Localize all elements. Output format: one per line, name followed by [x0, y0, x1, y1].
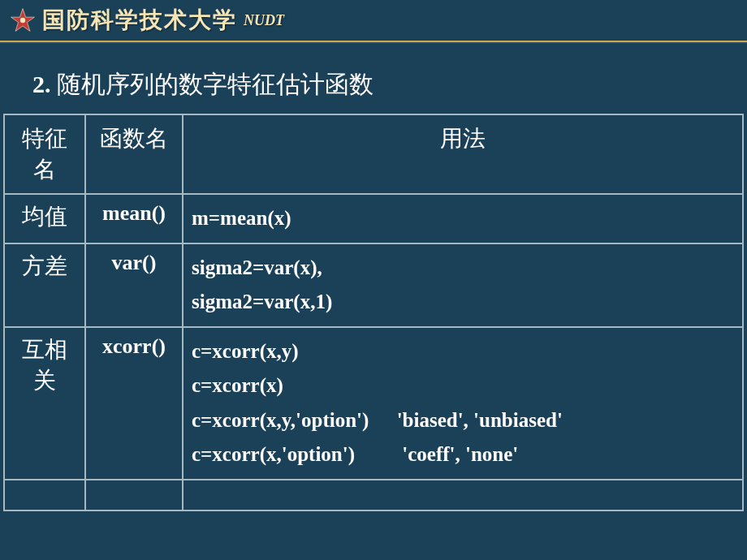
- usage-note: 'biased', 'unbiased': [397, 403, 563, 438]
- cell-empty: [85, 480, 183, 510]
- slide-content: 2. 随机序列的数字特征估计函数 特征名 函数名 用法 均值 mean() m=…: [0, 44, 747, 511]
- section-title: 2. 随机序列的数字特征估计函数: [0, 68, 747, 101]
- usage-line: sigma2=var(x),: [192, 251, 734, 286]
- university-name: 国防科学技术大学: [42, 5, 237, 36]
- header: 国防科学技术大学 NUDT: [0, 0, 747, 42]
- cell-usage: sigma2=var(x), sigma2=var(x,1): [183, 243, 743, 327]
- usage-main: c=xcorr(x,'option'): [192, 443, 355, 465]
- table-row: 互相关 xcorr() c=xcorr(x,y) c=xcorr(x) c=xc…: [4, 327, 743, 480]
- usage-line: c=xcorr(x,y,'option') 'biased', 'unbiase…: [192, 403, 734, 438]
- table-row-empty: [4, 480, 743, 510]
- table-header-row: 特征名 函数名 用法: [4, 114, 743, 194]
- header-usage: 用法: [183, 114, 743, 194]
- cell-func: var(): [85, 243, 183, 327]
- usage-line: sigma2=var(x,1): [192, 285, 734, 320]
- cell-func: xcorr(): [85, 327, 183, 480]
- cell-usage: m=mean(x): [183, 194, 743, 243]
- cell-feature: 互相关: [4, 327, 85, 480]
- cell-empty: [4, 480, 85, 510]
- usage-main: c=xcorr(x,y,'option'): [192, 409, 369, 431]
- usage-line: c=xcorr(x,'option') 'coeff', 'none': [192, 437, 734, 472]
- usage-line: c=xcorr(x,y): [192, 334, 734, 369]
- cell-feature: 均值: [4, 194, 85, 243]
- table-row: 均值 mean() m=mean(x): [4, 194, 743, 243]
- svg-point-1: [20, 18, 25, 23]
- functions-table: 特征名 函数名 用法 均值 mean() m=mean(x) 方差 var() …: [3, 114, 744, 511]
- cell-empty: [183, 480, 743, 510]
- section-number: 2.: [32, 71, 51, 97]
- usage-line: c=xcorr(x): [192, 368, 734, 403]
- usage-note: 'coeff', 'none': [402, 437, 518, 472]
- table-row: 方差 var() sigma2=var(x), sigma2=var(x,1): [4, 243, 743, 327]
- header-feature: 特征名: [4, 114, 85, 194]
- usage-line: m=mean(x): [192, 201, 734, 236]
- university-abbr: NUDT: [244, 12, 284, 29]
- cell-func: mean(): [85, 194, 183, 243]
- section-title-text: 随机序列的数字特征估计函数: [57, 71, 374, 97]
- university-logo-icon: [10, 7, 36, 33]
- header-function: 函数名: [85, 114, 183, 194]
- cell-usage: c=xcorr(x,y) c=xcorr(x) c=xcorr(x,y,'opt…: [183, 327, 743, 480]
- cell-feature: 方差: [4, 243, 85, 327]
